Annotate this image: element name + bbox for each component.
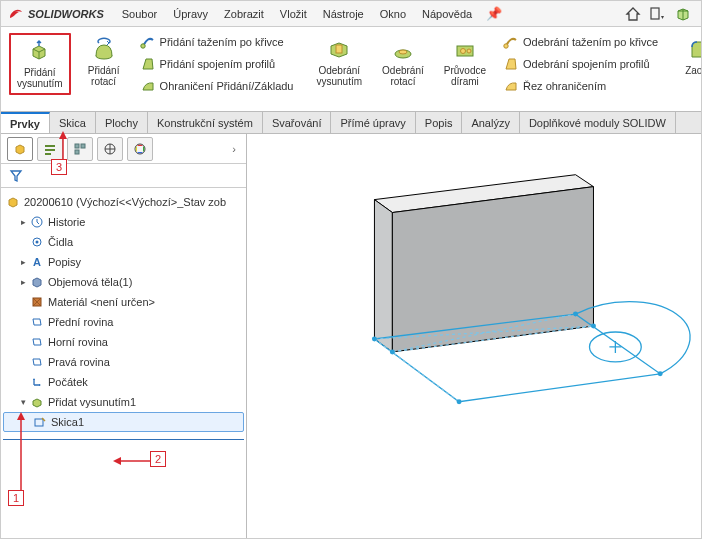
home-icon[interactable] bbox=[621, 6, 645, 22]
property-manager-tab[interactable] bbox=[37, 137, 63, 161]
tree-annotations[interactable]: ▸ A Popisy bbox=[3, 252, 244, 272]
swept-boss-button[interactable]: Přidání tažením po křivce bbox=[137, 33, 297, 51]
doc-dropdown-icon[interactable] bbox=[645, 6, 671, 22]
revolve-icon bbox=[91, 37, 117, 63]
svg-point-32 bbox=[372, 336, 377, 341]
graphics-viewport[interactable] bbox=[247, 134, 701, 538]
tree-right-plane[interactable]: Pravá rovina bbox=[3, 352, 244, 372]
extruded-boss-button[interactable]: Přidání vysunutím bbox=[9, 33, 71, 95]
menu-upravy[interactable]: Úpravy bbox=[165, 5, 216, 23]
boundary-icon bbox=[140, 78, 156, 94]
boundary-boss-button[interactable]: Ohraničení Přidání/Základu bbox=[137, 77, 297, 95]
svg-rect-11 bbox=[45, 149, 55, 151]
loft-icon bbox=[140, 56, 156, 72]
material-label: Materiál <není určen> bbox=[48, 296, 155, 308]
sketch1-label: Skica1 bbox=[51, 416, 84, 428]
svg-rect-14 bbox=[81, 144, 85, 148]
menu-nastroje[interactable]: Nástroje bbox=[315, 5, 372, 23]
tab-plochy[interactable]: Plochy bbox=[96, 112, 148, 133]
tree-bodies[interactable]: ▸ Objemová těla(1) bbox=[3, 272, 244, 292]
bodies-label: Objemová těla(1) bbox=[48, 276, 132, 288]
tab-prime-upravy[interactable]: Přímé úpravy bbox=[331, 112, 415, 133]
svg-point-36 bbox=[457, 399, 462, 404]
hole-wizard-icon bbox=[452, 37, 478, 63]
pane-tab-toolbar: › bbox=[1, 134, 246, 164]
property-icon bbox=[43, 142, 57, 156]
cut-sweep-icon bbox=[503, 34, 519, 50]
svg-point-37 bbox=[658, 371, 663, 376]
menu-okno[interactable]: Okno bbox=[372, 5, 414, 23]
origin-icon bbox=[29, 374, 45, 390]
menu-soubor[interactable]: Soubor bbox=[114, 5, 165, 23]
svg-point-8 bbox=[467, 49, 471, 53]
tab-skica[interactable]: Skica bbox=[50, 112, 96, 133]
tab-popis[interactable]: Popis bbox=[416, 112, 463, 133]
model-view bbox=[247, 134, 701, 538]
cut-extrude-label: Odebrání vysunutím bbox=[317, 65, 363, 87]
sketch-icon bbox=[32, 414, 48, 430]
svg-rect-10 bbox=[45, 145, 55, 147]
svg-point-34 bbox=[573, 312, 578, 317]
configuration-manager-tab[interactable] bbox=[67, 137, 93, 161]
config-icon bbox=[73, 142, 87, 156]
tab-addins[interactable]: Doplňkové moduly SOLIDW bbox=[520, 112, 676, 133]
tree-filter-row[interactable] bbox=[1, 164, 246, 188]
tab-svarovani[interactable]: Svařování bbox=[263, 112, 332, 133]
revolved-boss-button[interactable]: Přidání rotací bbox=[79, 33, 129, 89]
boundary-cut-button[interactable]: Řez ohraničením bbox=[500, 77, 661, 95]
tree-material[interactable]: Materiál <není určen> bbox=[3, 292, 244, 312]
tab-analyzy[interactable]: Analýzy bbox=[462, 112, 520, 133]
svg-rect-15 bbox=[75, 150, 79, 154]
rollback-bar[interactable] bbox=[3, 435, 244, 440]
cube-icon[interactable] bbox=[671, 6, 695, 22]
pin-icon[interactable]: 📌 bbox=[480, 6, 508, 21]
collapse-icon[interactable]: ▾ bbox=[17, 397, 29, 407]
cut-boundary-icon bbox=[503, 78, 519, 94]
feature-manager-tab[interactable] bbox=[7, 137, 33, 161]
menu-vlozit[interactable]: Vložit bbox=[272, 5, 315, 23]
svg-rect-13 bbox=[75, 144, 79, 148]
expand-icon[interactable]: ▸ bbox=[17, 217, 29, 227]
dimxpert-icon bbox=[103, 142, 117, 156]
menu-napoveda[interactable]: Nápověda bbox=[414, 5, 480, 23]
plane-icon-2 bbox=[29, 334, 45, 350]
tree-root-label: 20200610 (Výchozí<<Výchozí>_Stav zob bbox=[24, 196, 226, 208]
funnel-icon bbox=[9, 169, 23, 183]
tree-front-plane[interactable]: Přední rovina bbox=[3, 312, 244, 332]
command-manager-tabs: Prvky Skica Plochy Konstrukční systém Sv… bbox=[1, 112, 701, 134]
tree-sketch1[interactable]: Skica1 bbox=[3, 412, 244, 432]
cut-revolve-icon bbox=[390, 37, 416, 63]
tab-prvky[interactable]: Prvky bbox=[1, 112, 50, 133]
tree-top-plane[interactable]: Horní rovina bbox=[3, 332, 244, 352]
tree-history[interactable]: ▸ Historie bbox=[3, 212, 244, 232]
pane-chevron-icon[interactable]: › bbox=[228, 143, 240, 155]
cut-extrude-icon bbox=[326, 37, 352, 63]
part-icon bbox=[5, 194, 21, 210]
annotation-2: 2 bbox=[150, 451, 166, 467]
annotations-icon: A bbox=[29, 254, 45, 270]
origin-label: Počátek bbox=[48, 376, 88, 388]
sweep-label: Přidání tažením po křivce bbox=[160, 36, 284, 48]
menu-zobrazit[interactable]: Zobrazit bbox=[216, 5, 272, 23]
fillet-button[interactable]: Zaoblit bbox=[675, 33, 702, 78]
tab-konstrukcni[interactable]: Konstrukční systém bbox=[148, 112, 263, 133]
dimxpert-tab[interactable] bbox=[97, 137, 123, 161]
tree-feature-extrude1[interactable]: ▾ Přidat vysunutím1 bbox=[3, 392, 244, 412]
display-manager-tab[interactable] bbox=[127, 137, 153, 161]
revolved-cut-button[interactable]: Odebrání rotací bbox=[376, 33, 430, 89]
tree-root[interactable]: 20200610 (Výchozí<<Výchozí>_Stav zob bbox=[3, 192, 244, 212]
hole-wizard-button[interactable]: Průvodce dírami bbox=[438, 33, 492, 89]
lofted-cut-button[interactable]: Odebrání spojením profilů bbox=[500, 55, 661, 73]
tree-origin[interactable]: Počátek bbox=[3, 372, 244, 392]
tree-sensors[interactable]: Čidla bbox=[3, 232, 244, 252]
menu-bar: SOLIDWORKS Soubor Úpravy Zobrazit Vložit… bbox=[1, 1, 701, 27]
swept-cut-button[interactable]: Odebrání tažením po křivce bbox=[500, 33, 661, 51]
feature1-label: Přidat vysunutím1 bbox=[48, 396, 136, 408]
svg-point-5 bbox=[399, 50, 407, 54]
expand-icon-3[interactable]: ▸ bbox=[17, 277, 29, 287]
cut-revolve-label: Odebrání rotací bbox=[382, 65, 424, 87]
svg-rect-12 bbox=[45, 153, 51, 155]
lofted-boss-button[interactable]: Přidání spojením profilů bbox=[137, 55, 297, 73]
extruded-cut-button[interactable]: Odebrání vysunutím bbox=[311, 33, 369, 89]
expand-icon-2[interactable]: ▸ bbox=[17, 257, 29, 267]
